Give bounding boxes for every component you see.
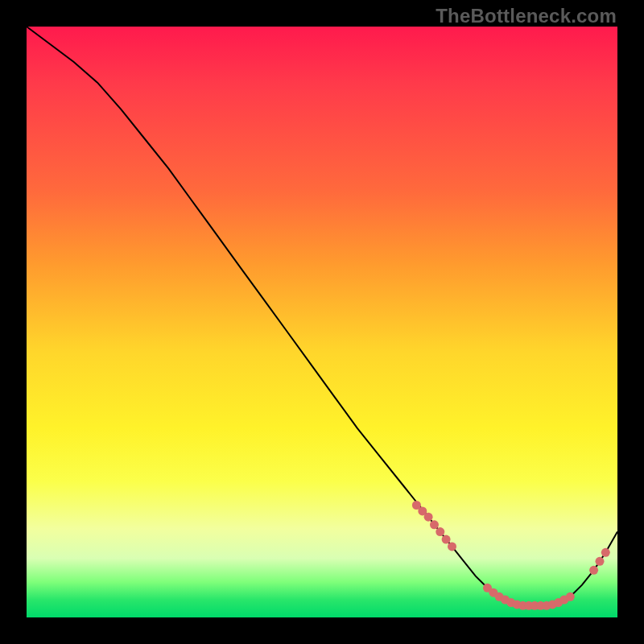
highlight-markers xyxy=(412,501,610,610)
marker-point xyxy=(436,527,444,536)
marker-point xyxy=(424,513,433,522)
marker-point xyxy=(448,542,456,551)
plot-area xyxy=(27,27,617,617)
marker-point xyxy=(430,520,439,529)
marker-point xyxy=(566,592,575,601)
chart-frame: TheBottleneck.com xyxy=(0,0,644,644)
chart-svg xyxy=(27,27,617,617)
marker-point xyxy=(601,548,610,557)
watermark-text: TheBottleneck.com xyxy=(436,5,617,27)
marker-point xyxy=(442,535,451,544)
marker-point xyxy=(589,566,598,575)
bottleneck-curve xyxy=(27,27,617,605)
marker-point xyxy=(596,557,605,566)
